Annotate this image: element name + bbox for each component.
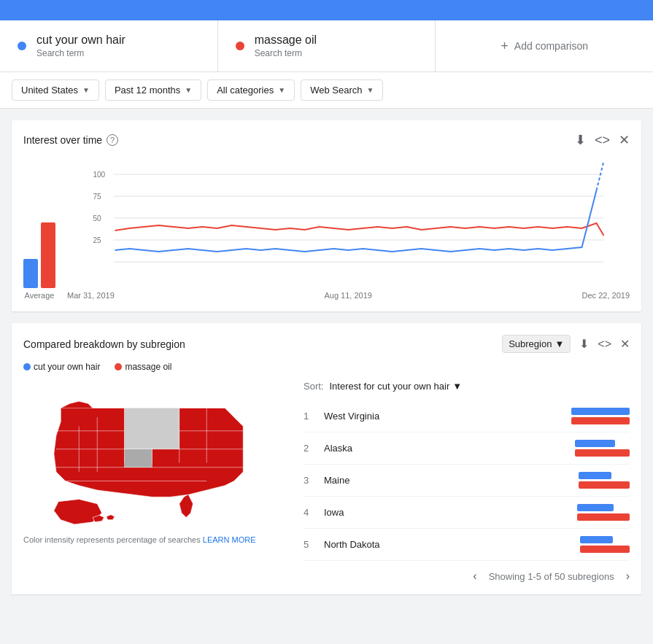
avg-bar-red	[41, 222, 55, 288]
chart-average: Average	[23, 201, 55, 300]
region-name-3: Maine	[324, 475, 573, 486]
legend-dot-2	[115, 363, 122, 371]
add-comparison-label: Add comparison	[514, 40, 588, 52]
map-and-table: Color intensity represents percentage of…	[23, 381, 630, 583]
legend-label-1: cut your own hair	[34, 362, 100, 372]
search-term-2[interactable]: massage oil Search term	[218, 20, 436, 71]
embed-icon[interactable]: <>	[598, 338, 611, 351]
rank-2: 2	[304, 443, 318, 454]
section-actions: ⬇ <> ✕︎	[575, 132, 630, 148]
filter-region-label: United States	[21, 85, 78, 96]
help-icon[interactable]: ?	[107, 134, 118, 146]
filter-period-label: Past 12 months	[115, 85, 180, 96]
bar-red-1	[571, 417, 630, 424]
table-row: 3 Maine	[304, 465, 630, 497]
term-name-2: massage oil	[255, 34, 317, 47]
top-bar	[0, 0, 653, 20]
subregion-section: Compared breakdown by subregion Subregio…	[12, 323, 641, 594]
filter-search-type[interactable]: Web Search ▼	[301, 79, 383, 101]
bar-blue-1	[571, 408, 630, 415]
term-label-2: Search term	[255, 48, 317, 58]
bar-blue-5	[580, 536, 613, 543]
rank-5: 5	[304, 539, 318, 550]
prev-page-button[interactable]: ‹	[473, 570, 476, 583]
svg-rect-21	[125, 449, 152, 468]
x-label-1: Mar 31, 2019	[67, 291, 115, 300]
embed-icon[interactable]: <>	[595, 133, 610, 148]
sort-dropdown[interactable]: Interest for cut your own hair ▼	[329, 381, 462, 392]
svg-text:75: 75	[93, 193, 102, 201]
learn-more-link[interactable]: LEARN MORE	[203, 535, 256, 544]
map-footnote: Color intensity represents percentage of…	[23, 535, 286, 544]
filters-row: United States ▼ Past 12 months ▼ All cat…	[0, 72, 653, 109]
legend-item-2: massage oil	[115, 362, 171, 372]
table-row: 2 Alaska	[304, 432, 630, 465]
chevron-down-icon: ▼	[82, 86, 90, 94]
region-name-5: North Dakota	[324, 539, 574, 550]
bar-blue-3	[579, 472, 611, 479]
avg-bars	[23, 201, 55, 288]
chart-container: Average 100 75 50 25	[23, 154, 630, 300]
filter-period[interactable]: Past 12 months ▼	[105, 79, 201, 101]
avg-bar-blue	[23, 259, 38, 288]
legend-dot-1	[23, 363, 31, 371]
search-term-1[interactable]: cut your own hair Search term	[0, 20, 218, 71]
region-bars-3	[579, 472, 630, 489]
section-header: Interest over time ? ⬇ <> ✕︎	[23, 132, 630, 148]
term-dot-1	[18, 42, 26, 50]
term-dot-2	[236, 42, 244, 50]
sort-row: Sort: Interest for cut your own hair ▼	[304, 381, 630, 392]
chevron-down-icon: ▼	[452, 381, 462, 392]
table-row: 1 West Virginia	[304, 400, 630, 432]
region-bars-4	[577, 504, 630, 521]
interest-over-time-section: Interest over time ? ⬇ <> ✕︎ Average 100…	[12, 120, 641, 311]
bar-red-3	[579, 481, 630, 489]
subregion-controls: Subregion ▼ ⬇ <> ✕	[502, 335, 630, 353]
rank-3: 3	[304, 475, 318, 486]
pagination-text: Showing 1-5 of 50 subregions	[489, 571, 614, 582]
subregion-label: Subregion	[509, 338, 552, 349]
avg-label: Average	[25, 291, 55, 300]
filter-category-label: All categories	[217, 85, 274, 96]
bar-blue-2	[575, 440, 615, 447]
region-name-2: Alaska	[324, 443, 569, 454]
download-icon[interactable]: ⬇	[579, 337, 589, 351]
chevron-down-icon: ▼	[278, 86, 285, 94]
region-name-1: West Virginia	[324, 411, 565, 422]
rank-4: 4	[304, 507, 318, 518]
table-row: 4 Iowa	[304, 497, 630, 529]
svg-text:25: 25	[93, 236, 102, 244]
map-footnote-text: Color intensity represents percentage of…	[23, 535, 201, 544]
bar-red-2	[575, 449, 630, 457]
chevron-down-icon: ▼	[555, 338, 564, 349]
search-terms-row: cut your own hair Search term massage oi…	[0, 20, 653, 72]
share-icon[interactable]: ✕	[620, 337, 630, 351]
us-map	[23, 381, 271, 527]
rank-1: 1	[304, 411, 318, 422]
subregion-title: Compared breakdown by subregion	[23, 338, 185, 350]
map-area: Color intensity represents percentage of…	[23, 381, 286, 583]
subregion-header: Compared breakdown by subregion Subregio…	[23, 335, 630, 353]
download-icon[interactable]: ⬇	[575, 132, 586, 148]
region-name-4: Iowa	[324, 507, 571, 518]
legend-row: cut your own hair massage oil	[23, 362, 630, 372]
next-page-button[interactable]: ›	[626, 570, 630, 583]
add-comparison-button[interactable]: + Add comparison	[436, 20, 653, 71]
chart-svg: 100 75 50 25	[67, 168, 630, 285]
pagination: ‹ Showing 1-5 of 50 subregions ›	[304, 570, 630, 583]
table-row: 5 North Dakota	[304, 529, 630, 561]
share-icon[interactable]: ✕︎	[619, 132, 630, 148]
x-label-2: Aug 11, 2019	[324, 291, 371, 300]
term-name-1: cut your own hair	[36, 34, 125, 47]
sort-value: Interest for cut your own hair	[329, 381, 449, 392]
filter-search-type-label: Web Search	[310, 85, 362, 96]
svg-line-9	[597, 161, 604, 190]
subregion-dropdown[interactable]: Subregion ▼	[502, 335, 571, 353]
filter-region[interactable]: United States ▼	[12, 79, 99, 101]
region-bars-5	[580, 536, 630, 553]
chevron-down-icon: ▼	[366, 86, 374, 94]
filter-category[interactable]: All categories ▼	[207, 79, 295, 101]
plus-icon: +	[501, 39, 509, 54]
legend-label-2: massage oil	[125, 362, 171, 372]
region-bars-2	[575, 440, 630, 457]
